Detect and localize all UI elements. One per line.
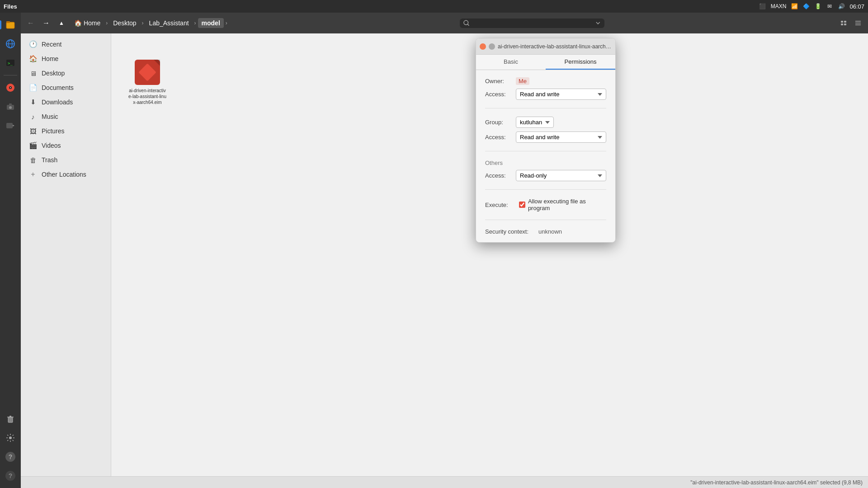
taskbar-camera[interactable] (2, 98, 19, 115)
search-dropdown-icon[interactable] (595, 20, 601, 26)
add-location-icon: + (29, 170, 37, 178)
sidebar-item-recent[interactable]: 🕐 Recent (23, 38, 109, 51)
dialog-minimize-button[interactable] (489, 43, 495, 50)
divider1 (485, 108, 606, 108)
tab-permissions[interactable]: Permissions (546, 55, 615, 70)
taskbar-browser[interactable] (2, 35, 19, 52)
breadcrumb-sep1: › (106, 20, 108, 26)
recent-icon: 🕐 (29, 40, 37, 48)
group-access-label: Access: (485, 134, 512, 141)
desktop-icon: 🖥 (29, 69, 37, 77)
main-layout: >_ (21, 13, 868, 488)
dialog-titlebar: ai-driven-interactive-lab-assistant-linu… (476, 38, 615, 55)
bluetooth-icon: 🔷 (802, 3, 810, 10)
others-access-row: Access: Read-only Read and write None (485, 170, 606, 181)
execute-row: Execute: Allow executing file as program (485, 198, 606, 211)
sidebar-label-desktop: Desktop (42, 70, 65, 77)
videos-sidebar-icon: 🎬 (29, 141, 37, 150)
main-file-area: ai-driven-interactive-lab-assistant-linu… (111, 33, 868, 476)
others-access-select[interactable]: Read-only Read and write None (516, 170, 606, 181)
sidebar: 🕐 Recent 🏠 Home 🖥 Desktop 📄 Documents ⬇ (21, 33, 111, 476)
search-input[interactable] (472, 20, 593, 27)
sidebar-item-trash[interactable]: 🗑 Trash (23, 153, 109, 167)
group-section: Group: kutluhan Access: Read and write (485, 117, 606, 143)
status-text: "ai-driven-interactive-lab-assistant-lin… (690, 479, 863, 486)
tab-basic[interactable]: Basic (476, 55, 546, 70)
breadcrumb-home[interactable]: 🏠 Home (71, 18, 104, 28)
taskbar-music[interactable] (2, 79, 19, 96)
group-select[interactable]: kutluhan (516, 117, 554, 128)
taskbar-help[interactable]: ? (2, 448, 19, 465)
breadcrumb-desktop[interactable]: Desktop (109, 18, 140, 28)
dialog-close-button[interactable] (480, 43, 486, 50)
svg-point-11 (9, 106, 12, 109)
owner-access-select[interactable]: Read and write Read-only None (516, 89, 606, 100)
content-area: 🕐 Recent 🏠 Home 🖥 Desktop 📄 Documents ⬇ (21, 33, 868, 476)
sidebar-item-documents[interactable]: 📄 Documents (23, 81, 109, 94)
taskbar-trash[interactable] (2, 410, 19, 427)
taskbar-settings[interactable] (2, 429, 19, 446)
volume-icon: 🔊 (838, 3, 845, 10)
forward-button[interactable]: → (40, 17, 52, 29)
sidebar-label-downloads: Downloads (42, 99, 73, 106)
security-row: Security context: unknown (485, 228, 606, 235)
svg-line-22 (468, 24, 469, 26)
breadcrumb-model[interactable]: model (198, 18, 224, 28)
svg-rect-1 (6, 21, 10, 23)
view-options-button[interactable] (837, 17, 850, 29)
topbar-right: ⬛ MAXN 📶 🔷 🔋 ✉ 🔊 06:07 (759, 3, 864, 10)
breadcrumb-lab[interactable]: Lab_Assistant (146, 18, 193, 28)
taskbar-terminal[interactable]: >_ (2, 54, 19, 71)
taskbar: >_ (0, 13, 21, 488)
sidebar-label-documents: Documents (42, 84, 74, 91)
sidebar-item-pictures[interactable]: 🖼 Pictures (23, 124, 109, 138)
up-button[interactable]: ▲ (55, 17, 68, 29)
taskbar-help2[interactable]: ? (2, 467, 19, 484)
group-access-select[interactable]: Read and write Read-only None (516, 131, 606, 143)
taskbar-videos[interactable] (2, 117, 19, 134)
topbar-title: Files (4, 3, 17, 10)
svg-rect-13 (6, 123, 13, 128)
svg-rect-26 (844, 23, 846, 25)
breadcrumb-sep4: › (226, 20, 227, 26)
file-icon-label: ai-driven-interactive-lab-assistant-linu… (128, 88, 166, 105)
divider4 (485, 220, 606, 220)
group-access-row: Access: Read and write Read-only None (485, 131, 606, 143)
svg-marker-14 (13, 125, 14, 127)
file-manager: ← → ▲ 🏠 Home › Desktop › Lab_Assistant ›… (21, 13, 868, 488)
owner-section: Owner: Me Access: Read and write Read-on… (485, 77, 606, 100)
pictures-icon: 🖼 (29, 127, 37, 135)
svg-point-21 (464, 20, 468, 25)
execute-check-label[interactable]: Allow executing file as program (519, 198, 606, 211)
sidebar-item-videos[interactable]: 🎬 Videos (23, 139, 109, 152)
taskbar-divider (4, 75, 17, 75)
breadcrumb: 🏠 Home › Desktop › Lab_Assistant › model… (71, 18, 227, 28)
search-bar (460, 19, 604, 28)
trash-sidebar-icon: 🗑 (29, 156, 37, 164)
file-icon-shape (135, 60, 160, 85)
back-button[interactable]: ← (24, 17, 37, 29)
sidebar-label-other: Other Locations (42, 171, 86, 178)
dialog-permissions-content: Owner: Me Access: Read and write Read-on… (476, 70, 615, 242)
divider3 (485, 189, 606, 190)
sidebar-item-home[interactable]: 🏠 Home (23, 52, 109, 66)
file-item[interactable]: ai-driven-interactive-lab-assistant-linu… (125, 56, 170, 109)
sidebar-label-home: Home (42, 55, 58, 62)
properties-dialog[interactable]: ai-driven-interactive-lab-assistant-linu… (476, 38, 616, 243)
sidebar-item-music[interactable]: ♪ Music (23, 110, 109, 123)
taskbar-files[interactable] (2, 16, 19, 33)
sidebar-item-other-locations[interactable]: + Other Locations (23, 168, 109, 181)
sidebar-label-trash: Trash (42, 156, 57, 164)
sidebar-item-desktop[interactable]: 🖥 Desktop (23, 66, 109, 80)
svg-rect-15 (8, 417, 13, 422)
others-section: Others Access: Read-only Read and write … (485, 160, 606, 181)
execute-checkbox[interactable] (519, 202, 525, 208)
breadcrumb-sep2: › (142, 20, 144, 26)
sidebar-item-downloads[interactable]: ⬇ Downloads (23, 95, 109, 109)
menu-button[interactable] (852, 17, 864, 29)
status-bar: "ai-driven-interactive-lab-assistant-lin… (21, 476, 868, 488)
wifi-icon: 📶 (791, 3, 798, 10)
sidebar-label-pictures: Pictures (42, 127, 65, 135)
music-sidebar-icon: ♪ (29, 113, 37, 121)
svg-rect-25 (841, 23, 843, 25)
